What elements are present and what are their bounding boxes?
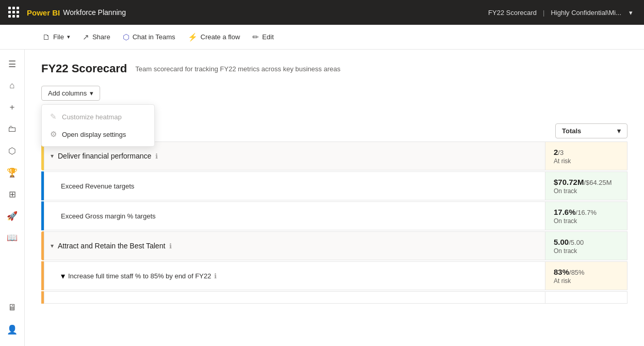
add-columns-label: Add columns: [48, 89, 87, 97]
totals-chevron-icon: ▾: [617, 127, 621, 135]
powerbi-logo: Power BI: [27, 8, 60, 17]
table-row: Exceed Revenue targets $70.72M/$64.25M O…: [41, 171, 627, 200]
cell-status: On track: [554, 217, 619, 225]
open-display-settings-label: Open display settings: [62, 131, 126, 138]
teams-icon: ⬡: [123, 33, 130, 42]
table-row: ▾ Increase full time staff % to 85% by e…: [41, 261, 627, 290]
table-row: Exceed Gross margin % targets 17.6%/16.7…: [41, 201, 627, 230]
info-icon: ℹ: [214, 272, 217, 280]
cell-value-main: $70.72M/$64.25M: [554, 178, 619, 186]
cell-value-secondary: /3: [558, 149, 564, 156]
row-label: Attract and Retain the Best Talent: [58, 242, 165, 250]
row-label: Exceed Revenue targets: [61, 182, 134, 190]
cell-value-secondary: /5.00: [569, 239, 584, 246]
share-button[interactable]: ↗ Share: [77, 29, 116, 45]
totals-label: Totals: [562, 127, 581, 135]
chat-label: Chat in Teams: [133, 33, 175, 41]
totals-button[interactable]: Totals ▾: [555, 123, 627, 138]
edit-label: Edit: [262, 33, 273, 41]
info-icon: ℹ: [169, 242, 172, 250]
table-row: ▾ Attract and Retain the Best Talent ℹ 5…: [41, 231, 627, 260]
sidebar-goals-btn[interactable]: 🚀: [2, 206, 23, 226]
cell-status: On track: [554, 247, 619, 255]
expand-icon[interactable]: ▾: [61, 271, 65, 281]
topbar: Power BI Workforce Planning FY22 Scoreca…: [0, 0, 644, 25]
info-icon: ℹ: [155, 152, 158, 160]
totals-cell: $70.72M/$64.25M On track: [545, 171, 627, 200]
separator: |: [543, 9, 544, 17]
expand-icon[interactable]: ▾: [51, 152, 54, 160]
sidebar-plus-btn[interactable]: +: [2, 97, 23, 118]
sidebar-home-btn[interactable]: ⌂: [2, 75, 23, 96]
sidebar-monitor-btn[interactable]: 🖥: [2, 297, 23, 318]
page-header: FY22 Scorecard Team scorecard for tracki…: [41, 62, 627, 75]
apps-icon[interactable]: [8, 7, 20, 18]
sensitivity-label: Highly Confidential\Mi...: [551, 9, 621, 17]
sidebar-data-btn[interactable]: ⬡: [2, 140, 23, 161]
report-title: FY22 Scorecard: [488, 9, 537, 17]
app-name: Workforce Planning: [63, 8, 126, 17]
cell-value-main: 5.00/5.00: [554, 238, 619, 246]
create-flow-button[interactable]: ⚡ Create a flow: [183, 29, 246, 45]
totals-cell: 83%/85% At risk: [545, 261, 627, 290]
totals-cell: 17.6%/16.7% On track: [545, 201, 627, 230]
edit-button[interactable]: ✏ Edit: [247, 29, 279, 45]
sidebar-hamburger-btn[interactable]: ☰: [2, 54, 23, 74]
table-row: [41, 291, 627, 304]
customize-heatmap-item[interactable]: ✎ Customize heatmap: [42, 108, 154, 125]
sidebar-person-btn[interactable]: 👤: [2, 319, 23, 340]
flow-label: Create a flow: [201, 33, 240, 41]
row-label: Deliver financial performance: [58, 152, 151, 160]
sidebar-trophy-btn[interactable]: 🏆: [2, 162, 23, 183]
add-columns-button[interactable]: Add columns ▾: [41, 86, 100, 101]
sidebar-learn-btn[interactable]: 📖: [2, 227, 23, 248]
file-button[interactable]: 🗋 File ▾: [37, 29, 75, 44]
group-row-left: ▾ Attract and Retain the Best Talent ℹ: [44, 231, 545, 260]
page-title: FY22 Scorecard: [41, 62, 127, 75]
cell-status: At risk: [554, 158, 619, 165]
file-icon: 🗋: [42, 33, 50, 41]
cell-value-main: 83%/85%: [554, 268, 619, 276]
page-description: Team scorecard for tracking FY22 metrics…: [135, 65, 340, 73]
cell-value-secondary: /$64.25M: [584, 179, 611, 186]
file-chevron-icon: ▾: [67, 34, 70, 40]
sidebar: ☰ ⌂ + 🗀 ⬡ 🏆 ⊞ 🚀 📖 🖥 👤: [0, 50, 25, 346]
heatmap-icon: ✎: [50, 112, 57, 121]
row-label: Exceed Gross margin % targets: [61, 212, 156, 220]
file-label: File: [53, 33, 64, 41]
cell-status: At risk: [554, 277, 619, 285]
open-display-settings-item[interactable]: ⚙ Open display settings: [42, 125, 154, 143]
cell-value-main: 17.6%/16.7%: [554, 208, 619, 216]
customize-heatmap-label: Customize heatmap: [62, 113, 122, 121]
chat-teams-button[interactable]: ⬡ Chat in Teams: [118, 29, 181, 45]
cell-value-main: 2/3: [554, 148, 619, 156]
scorecard-area: Totals ▾ ▾ Deliver financial performance…: [41, 123, 627, 304]
main-content: FY22 Scorecard Team scorecard for tracki…: [25, 50, 644, 346]
layout: ☰ ⌂ + 🗀 ⬡ 🏆 ⊞ 🚀 📖 🖥 👤 FY22 Scorecard Tea…: [0, 50, 644, 346]
settings-icon: ⚙: [50, 130, 57, 139]
add-columns-chevron-icon: ▾: [90, 89, 93, 97]
flow-icon: ⚡: [188, 33, 198, 42]
totals-cell: 5.00/5.00 On track: [545, 231, 627, 260]
sidebar-dashboard-btn[interactable]: ⊞: [2, 184, 23, 205]
sidebar-folder-btn[interactable]: 🗀: [2, 119, 23, 139]
child-row-left: ▾ Increase full time staff % to 85% by e…: [44, 261, 545, 290]
edit-icon: ✏: [252, 33, 259, 42]
add-columns-dropdown: ✎ Customize heatmap ⚙ Open display setti…: [41, 104, 155, 147]
topbar-chevron-icon[interactable]: ▾: [625, 7, 636, 18]
share-label: Share: [92, 33, 110, 41]
toolbar: 🗋 File ▾ ↗ Share ⬡ Chat in Teams ⚡ Creat…: [0, 25, 644, 50]
cell-status: On track: [554, 187, 619, 195]
expand-icon[interactable]: ▾: [51, 242, 54, 249]
row-label: Increase full time staff % to 85% by end…: [68, 272, 211, 280]
totals-cell: 2/3 At risk: [545, 141, 627, 170]
share-icon: ↗: [83, 33, 89, 42]
child-row-left: Exceed Gross margin % targets: [44, 201, 545, 230]
child-row-left: Exceed Revenue targets: [44, 171, 545, 200]
child-row-left-partial: [44, 291, 545, 304]
cell-value-secondary: /16.7%: [576, 209, 597, 216]
cell-value-secondary: /85%: [569, 269, 585, 276]
topbar-right: FY22 Scorecard | Highly Confidential\Mi.…: [488, 7, 636, 18]
totals-cell-partial: [545, 291, 627, 304]
